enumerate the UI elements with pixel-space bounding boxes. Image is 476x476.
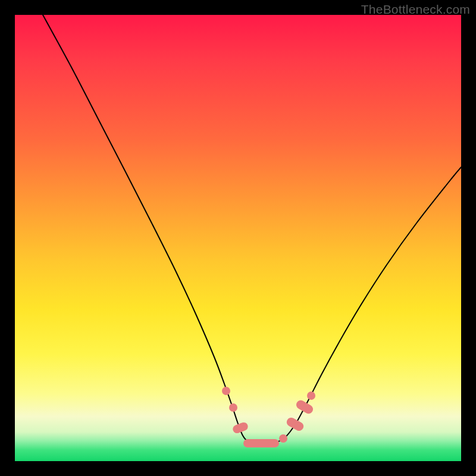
watermark-text: TheBottleneck.com [361, 2, 470, 17]
curve-markers [222, 387, 315, 447]
plot-area [15, 15, 461, 461]
marker-dot [279, 434, 287, 443]
marker-pill [243, 439, 279, 447]
marker-dot [307, 392, 315, 400]
marker-pill [231, 421, 249, 434]
marker-dot [222, 387, 230, 395]
image-frame: TheBottleneck.com [0, 0, 476, 476]
marker-dot [229, 403, 237, 412]
marker-pill [295, 399, 314, 415]
marker-pill [285, 416, 305, 432]
marker-layer [15, 15, 461, 461]
